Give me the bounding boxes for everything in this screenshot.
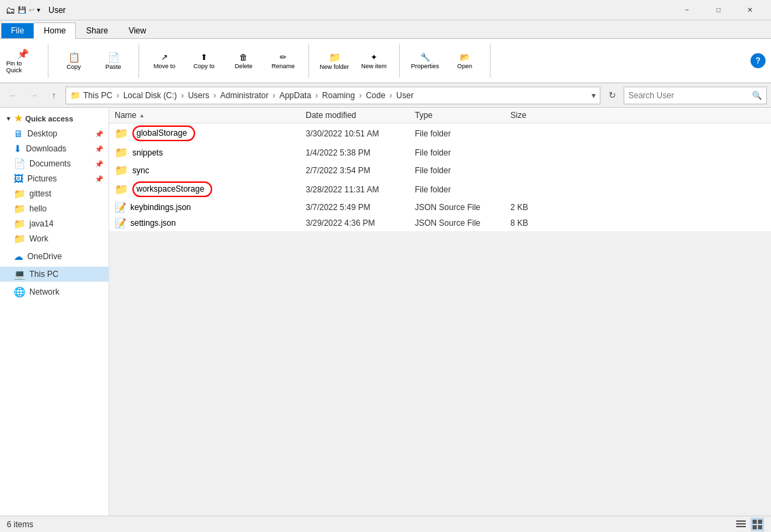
ribbon-content: 📌 Pin to Quick 📋 Copy 📄 Paste ↗ Move to …: [0, 38, 771, 83]
file-date-cell: 3/29/2022 4:36 PM: [306, 218, 415, 228]
details-view-button[interactable]: [734, 518, 748, 531]
search-input[interactable]: [628, 91, 749, 100]
item-count-label: 6 items: [7, 520, 33, 529]
new-folder-button[interactable]: 📁 New folder: [317, 51, 351, 70]
column-date[interactable]: Date modified: [306, 110, 415, 120]
table-row[interactable]: 📁 globalStorage 3/30/2022 10:51 AM File …: [109, 123, 771, 144]
sidebar-item-network-label: Network: [29, 287, 59, 297]
column-date-label: Date modified: [306, 110, 356, 120]
address-administrator[interactable]: Administrator: [220, 91, 269, 100]
file-type-cell: File folder: [415, 185, 510, 194]
column-size[interactable]: Size: [510, 110, 565, 120]
file-size-cell: 2 KB: [510, 203, 565, 212]
svg-rect-1: [736, 523, 746, 524]
sidebar-item-pictures[interactable]: 🖼 Pictures 📌: [0, 171, 108, 186]
column-name[interactable]: Name ▲: [115, 110, 306, 120]
java14-folder-icon: 📁: [14, 218, 25, 229]
search-icon[interactable]: 🔍: [752, 91, 762, 100]
address-user[interactable]: User: [396, 91, 413, 100]
svg-rect-5: [753, 525, 757, 529]
onedrive-icon: ☁: [14, 251, 23, 262]
svg-rect-3: [753, 520, 757, 524]
pin-icon-downloads: 📌: [95, 145, 103, 153]
sidebar-item-documents[interactable]: 📄 Documents 📌: [0, 156, 108, 171]
file-name-cell: 📝 settings.json: [115, 218, 306, 228]
help-icon[interactable]: ?: [751, 53, 766, 68]
ribbon-divider-4: [399, 44, 400, 78]
delete-button[interactable]: 🗑 Delete: [227, 51, 261, 70]
window-controls: − □ ✕: [671, 0, 766, 20]
ribbon-tabs: File Home Share View: [0, 20, 771, 38]
sidebar-item-network[interactable]: 🌐 Network: [0, 284, 108, 299]
quick-access-header[interactable]: ▼ ★ Quick access: [0, 110, 108, 126]
main-layout: ▼ ★ Quick access 🖥 Desktop 📌 ⬇ Downloads…: [0, 108, 771, 516]
address-code[interactable]: Code: [366, 91, 386, 100]
table-row[interactable]: 📝 settings.json 3/29/2022 4:36 PM JSON S…: [109, 216, 771, 231]
ribbon: File Home Share View 📌 Pin to Quick 📋 Co…: [0, 20, 771, 83]
sidebar-item-java14-label: java14: [29, 219, 53, 228]
navigation-bar: ← → ↑ 📁 This PC › Local Disk (C:) › User…: [0, 83, 771, 108]
address-dropdown-arrow[interactable]: ▾: [592, 91, 596, 100]
tab-home[interactable]: Home: [33, 23, 76, 39]
view-controls: [734, 518, 764, 531]
customize-icon[interactable]: ▾: [37, 6, 40, 14]
rename-button[interactable]: ✏ Rename: [266, 51, 300, 70]
filename-circled-workspace: workspaceStorage: [132, 181, 212, 197]
status-bar: 6 items: [0, 516, 771, 532]
undo-icon[interactable]: ↩: [29, 6, 34, 14]
table-row[interactable]: 📁 sync 2/7/2022 3:54 PM File folder: [109, 162, 771, 179]
sidebar-item-documents-label: Documents: [29, 159, 71, 168]
file-name-cell: 📝 keybindings.json: [115, 202, 306, 213]
ribbon-divider-1: [48, 44, 48, 78]
tab-view[interactable]: View: [118, 23, 156, 38]
address-bar[interactable]: 📁 This PC › Local Disk (C:) › Users › Ad…: [66, 87, 600, 104]
copy-button[interactable]: 📋 Copy: [57, 51, 91, 70]
sidebar-item-thispc[interactable]: 💻 This PC: [0, 267, 108, 282]
sidebar-item-downloads[interactable]: ⬇ Downloads 📌: [0, 141, 108, 156]
tab-share[interactable]: Share: [76, 23, 118, 38]
sidebar-item-work[interactable]: 📁 Work: [0, 231, 108, 246]
address-this-pc[interactable]: This PC: [83, 91, 113, 100]
up-button[interactable]: ↑: [45, 87, 63, 104]
pin-quickaccess-button[interactable]: 📌 Pin to Quick: [5, 51, 40, 70]
large-icons-view-button[interactable]: [751, 518, 764, 531]
column-type[interactable]: Type: [415, 110, 510, 120]
address-appdata[interactable]: AppData: [279, 91, 311, 100]
address-users[interactable]: Users: [188, 91, 209, 100]
sidebar-item-hello-label: hello: [29, 204, 46, 213]
ribbon-divider-2: [139, 44, 139, 78]
open-button[interactable]: 📂 Open: [448, 51, 482, 70]
back-button[interactable]: ←: [4, 87, 22, 104]
move-to-button[interactable]: ↗ Move to: [147, 51, 181, 70]
table-row[interactable]: 📁 workspaceStorage 3/28/2022 11:31 AM Fi…: [109, 179, 771, 200]
sidebar-item-thispc-label: This PC: [29, 269, 59, 279]
forward-button[interactable]: →: [25, 87, 42, 104]
sidebar-item-onedrive[interactable]: ☁ OneDrive: [0, 249, 108, 264]
sidebar-item-desktop[interactable]: 🖥 Desktop 📌: [0, 126, 108, 141]
new-item-button[interactable]: ✦ New item: [357, 51, 391, 70]
refresh-button[interactable]: ↻: [603, 87, 621, 104]
table-row[interactable]: 📝 keybindings.json 3/7/2022 5:49 PM JSON…: [109, 200, 771, 216]
properties-button[interactable]: 🔧 Properties: [408, 51, 442, 70]
table-row[interactable]: 📁 snippets 1/4/2022 5:38 PM File folder: [109, 144, 771, 162]
tab-file[interactable]: File: [1, 23, 33, 38]
file-date-cell: 1/4/2022 5:38 PM: [306, 148, 415, 158]
search-box[interactable]: 🔍: [624, 87, 767, 104]
copy-to-button[interactable]: ⬆ Copy to: [187, 51, 221, 70]
svg-rect-0: [736, 520, 746, 522]
sidebar-item-hello[interactable]: 📁 hello: [0, 201, 108, 216]
close-button[interactable]: ✕: [734, 0, 766, 20]
folder-icon: 📁: [115, 164, 128, 177]
quick-save-icon[interactable]: 💾: [18, 6, 26, 14]
quick-access-toolbar-icon: 🗂: [5, 5, 15, 16]
address-local-disk[interactable]: Local Disk (C:): [123, 91, 177, 100]
network-icon: 🌐: [14, 286, 25, 297]
sidebar-item-gittest[interactable]: 📁 gittest: [0, 186, 108, 201]
sidebar-item-java14[interactable]: 📁 java14: [0, 216, 108, 231]
paste-button[interactable]: 📄 Paste: [96, 51, 130, 70]
maximize-button[interactable]: □: [703, 0, 734, 20]
address-roaming[interactable]: Roaming: [322, 91, 355, 100]
address-part: 📁: [70, 91, 81, 100]
minimize-button[interactable]: −: [671, 0, 703, 20]
file-name-cell: 📁 sync: [115, 164, 306, 177]
